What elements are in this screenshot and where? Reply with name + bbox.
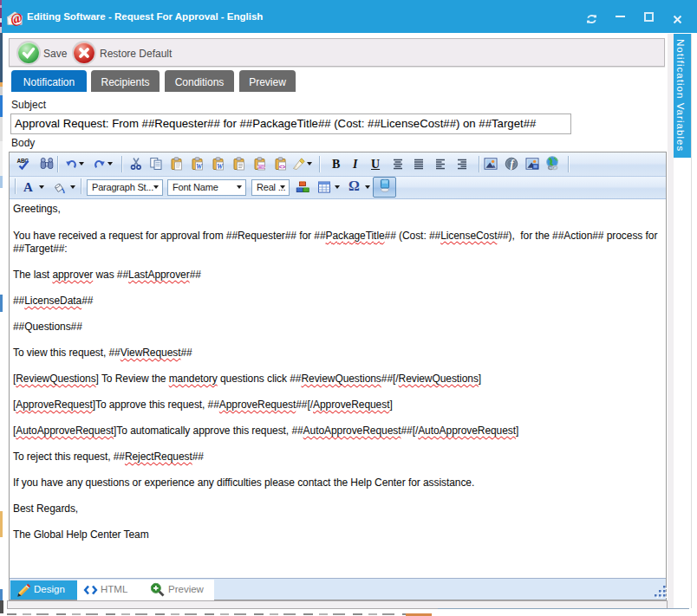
svg-text:W: W [196,163,203,171]
svg-text:HTML: HTML [257,165,267,169]
svg-text:@: @ [9,10,23,26]
svg-text:<>: <> [279,164,286,170]
svg-text:W: W [217,163,224,171]
